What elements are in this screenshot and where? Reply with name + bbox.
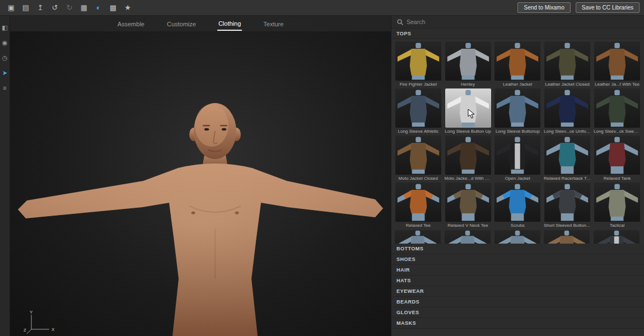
clothing-item-tile[interactable]: Scrubs	[494, 183, 542, 228]
clothing-catalog-panel: TOPS Fire Fighter Jacket Henley Leather …	[391, 16, 644, 336]
search-bar[interactable]	[391, 16, 644, 29]
clothing-item-thumb	[594, 88, 640, 128]
clothing-item-thumb-partial[interactable]	[494, 230, 540, 244]
section-header-eyewear[interactable]: EYEWEAR	[391, 286, 644, 297]
clothing-item-tile[interactable]: Relaxed Racerback Tank	[544, 136, 591, 181]
undo-icon[interactable]: ↺	[48, 2, 62, 14]
clothing-item-label: Relaxed Racerback Tank	[544, 176, 591, 181]
clothing-item-tile[interactable]: Long Sleev...ck Sweater	[594, 88, 641, 134]
clothing-item-tile[interactable]: Relaxed Tank	[594, 136, 641, 181]
tab-texture[interactable]: Texture	[262, 17, 284, 30]
clothing-item-thumb	[395, 183, 441, 222]
clothing-item-label: Long Sleeve Athletic	[398, 129, 439, 134]
clothing-item-thumb-partial[interactable]	[544, 230, 590, 244]
textured-view-icon[interactable]: ▩	[106, 2, 120, 14]
clothing-item-tile[interactable]: Moto Jacket Closed	[395, 136, 442, 181]
clothing-item-tile[interactable]: Tactical	[594, 183, 641, 228]
history-icon[interactable]: ◷	[2, 55, 8, 61]
clothing-item-label: Open Jacket	[505, 176, 530, 181]
clothing-item-label: Henley	[461, 82, 475, 87]
section-header-gloves[interactable]: GLOVES	[391, 307, 644, 318]
tab-assemble[interactable]: Assemble	[116, 17, 146, 30]
filters-icon[interactable]: ≡	[3, 85, 6, 91]
axis-gizmo: Y X Z	[24, 309, 57, 335]
section-header-beards[interactable]: BEARDS	[391, 297, 644, 307]
clothing-item-tile[interactable]: Henley	[445, 41, 492, 87]
section-header-hair[interactable]: HAIR	[391, 265, 644, 276]
clothing-item-tile[interactable]: Moto Jacke...d With Tee	[445, 136, 492, 181]
top-toolbar: ▣▤↥↺↻▦◐▩★ Send to Mixamo Save to CC Libr…	[0, 0, 644, 16]
clothing-item-thumb	[445, 183, 491, 222]
clothing-item-tile[interactable]: Fire Fighter Jacket	[395, 41, 442, 87]
clothing-item-label: Tactical	[610, 223, 625, 228]
section-header-tops[interactable]: TOPS	[391, 29, 644, 39]
clothing-item-tile[interactable]: Long Sleeve Buttonup	[494, 88, 542, 134]
clothing-item-thumb	[494, 183, 540, 222]
shaded-view-icon[interactable]: ◐	[92, 2, 105, 14]
collapsed-section-list: BOTTOMSSHOESHAIRHATSEYEWEARBEARDSGLOVESM…	[391, 244, 644, 329]
clothing-item-label: Scrubs	[511, 223, 525, 228]
axis-y-label: Y	[30, 310, 33, 315]
tops-grid: Fire Fighter Jacket Henley Leather Jacke…	[391, 39, 644, 229]
camera-icon[interactable]: ◉	[2, 40, 8, 46]
redo-icon[interactable]: ↻	[63, 2, 76, 14]
tab-clothing[interactable]: Clothing	[217, 16, 242, 31]
mode-tabstrip: Assemble Customize Clothing Texture	[10, 16, 391, 31]
left-tool-rail: ◧◉◷➤≡	[0, 16, 10, 336]
clothing-item-tile[interactable]: Long Sleeve Athletic	[395, 88, 442, 134]
export-icon[interactable]: ↥	[34, 2, 47, 14]
select-tool-icon[interactable]: ➤	[2, 70, 7, 76]
favorites-icon[interactable]: ★	[121, 2, 134, 14]
clothing-item-label: Leather Jacket	[503, 82, 532, 87]
clothing-item-thumb-partial[interactable]	[395, 230, 441, 244]
character-model	[10, 16, 391, 336]
clothing-item-thumb	[544, 136, 590, 175]
save-to-cc-libraries-button[interactable]: Save to CC Libraries	[576, 2, 640, 13]
clothing-item-label: Leather Jacket Closed	[545, 82, 590, 87]
tab-customize[interactable]: Customize	[166, 17, 197, 30]
clothing-item-tile[interactable]: Leather Jacket	[494, 41, 542, 87]
search-input[interactable]	[407, 18, 638, 25]
clothing-item-thumb	[445, 88, 491, 128]
section-header-hats[interactable]: HATS	[391, 276, 644, 286]
clothing-item-label: Long Sleeve Button Up	[445, 129, 491, 134]
clothing-item-label: Leather Ja...t With Tee	[595, 82, 640, 87]
section-header-shoes[interactable]: SHOES	[391, 254, 644, 265]
clothing-item-thumb	[594, 136, 640, 175]
clothing-item-label: Short Sleeved Button Up	[544, 223, 591, 228]
tops-grid-partial-row	[391, 229, 644, 244]
clothing-item-thumb-partial[interactable]	[594, 230, 640, 244]
toolbar-icon-group: ▣▤↥↺↻▦◐▩★	[4, 2, 134, 14]
clothing-item-label: Long Sleev...ce Uniform	[544, 129, 591, 134]
clothing-item-label: Moto Jacket Closed	[399, 176, 438, 181]
send-to-mixamo-button[interactable]: Send to Mixamo	[517, 2, 570, 13]
clothing-item-thumb	[395, 136, 441, 175]
clothing-item-thumb	[594, 183, 640, 222]
clothing-item-tile[interactable]: Leather Jacket Closed	[544, 41, 591, 87]
clothing-item-tile[interactable]: Open Jacket	[494, 136, 542, 181]
clothing-item-tile[interactable]: Long Sleeve Button Up	[445, 88, 492, 134]
clothing-item-label: Long Sleev...ck Sweater	[594, 129, 641, 134]
clothing-item-tile[interactable]: Relaxed Tee	[395, 183, 442, 228]
axis-x-label: X	[52, 327, 55, 332]
wireframe-view-icon[interactable]: ▦	[77, 2, 91, 14]
clothing-item-thumb	[544, 183, 590, 222]
axis-z-label: Z	[24, 328, 26, 333]
clothing-item-label: Relaxed Tank	[604, 176, 631, 181]
viewport-3d[interactable]: Assemble Customize Clothing Texture Y X …	[10, 16, 391, 336]
library-icon[interactable]: ◧	[2, 25, 7, 31]
search-icon	[397, 19, 403, 25]
clothing-item-tile[interactable]: Leather Ja...t With Tee	[594, 41, 641, 87]
folder-icon[interactable]: ▤	[19, 2, 32, 14]
clothing-item-tile[interactable]: Relaxed V Neck Tee	[445, 183, 492, 228]
clothing-item-thumb	[494, 88, 540, 128]
clothing-item-thumb-partial[interactable]	[445, 230, 491, 244]
tag-icon[interactable]: ▣	[4, 2, 18, 14]
clothing-item-thumb	[445, 41, 491, 81]
clothing-item-tile[interactable]: Long Sleev...ce Uniform	[544, 88, 591, 134]
section-header-bottoms[interactable]: BOTTOMS	[391, 244, 644, 254]
section-header-masks[interactable]: MASKS	[391, 318, 644, 329]
clothing-item-label: Long Sleeve Buttonup	[496, 129, 540, 134]
clothing-item-tile[interactable]: Short Sleeved Button Up	[544, 183, 591, 228]
clothing-item-label: Relaxed V Neck Tee	[447, 223, 488, 228]
